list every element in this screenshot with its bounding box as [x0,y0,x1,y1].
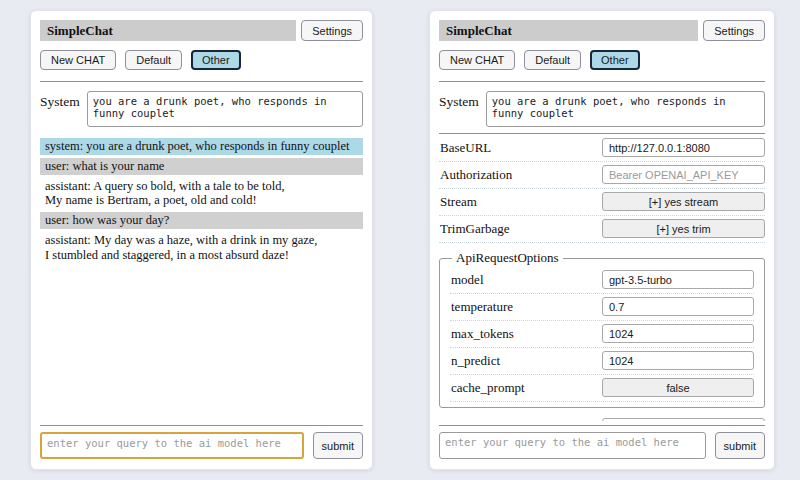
settings-rows-bottom: ApiEndPointChat⌄ChatHistoryInCtxtLast1⌄C… [439,414,765,421]
setting-label-cache_prompt: cache_prompt [450,380,602,396]
setting-label-BaseURL: BaseURL [439,140,602,156]
submit-button[interactable]: submit [715,432,765,459]
system-prompt-input[interactable]: you are a drunk poet, who responds in fu… [486,91,765,127]
system-label: System [40,91,80,110]
setting-label-Stream: Stream [439,194,602,210]
setting-row-max_tokens: max_tokens [450,321,754,348]
setting-input-max_tokens[interactable] [602,324,754,343]
session-buttons: New CHAT Default Other [40,50,363,70]
divider [439,425,765,426]
setting-input-temperature[interactable] [602,297,754,316]
setting-row-ApiEndPoint: ApiEndPointChat⌄ [439,414,765,421]
session-button-default[interactable]: Default [125,50,182,70]
query-input[interactable] [40,432,304,459]
settings-button[interactable]: Settings [301,20,363,41]
settings-rows-top: BaseURLAuthorizationStream[+] yes stream… [439,135,765,243]
settings-button[interactable]: Settings [703,20,765,41]
setting-row-model: model [450,267,754,294]
settings-rows-fieldset: modeltemperaturemax_tokensn_predictcache… [450,267,754,402]
setting-label-model: model [450,272,602,288]
setting-row-TrimGarbage: TrimGarbage[+] yes trim [439,216,765,243]
system-prompt-row: System you are a drunk poet, who respond… [439,91,765,127]
setting-row-temperature: temperature [450,294,754,321]
settings-header: SimpleChat Settings [439,20,765,41]
chat-messages: system: you are a drunk poet, who respon… [40,138,363,421]
divider [40,81,363,82]
chat-message-user: user: how was your day? [40,212,363,229]
setting-row-cache_prompt: cache_promptfalse [450,375,754,402]
setting-toggle-TrimGarbage[interactable]: [+] yes trim [602,219,765,238]
setting-row-n_predict: n_predict [450,348,754,375]
setting-label-max_tokens: max_tokens [450,326,602,342]
query-input[interactable] [439,432,706,459]
setting-toggle-Stream[interactable]: [+] yes stream [602,192,765,211]
setting-label-Authorization: Authorization [439,167,602,183]
chat-message-user: user: what is your name [40,158,363,175]
session-button-other[interactable]: Other [590,50,640,70]
session-buttons: New CHAT Default Other [439,50,765,70]
system-label: System [439,91,479,110]
setting-input-Authorization[interactable] [602,165,765,184]
setting-select-wrap-ApiEndPoint: Chat⌄ [602,417,765,421]
app-title: SimpleChat [439,20,698,41]
new-chat-button[interactable]: New CHAT [439,50,515,70]
system-prompt-row: System you are a drunk poet, who respond… [40,91,363,127]
chat-message-assistant: assistant: A query so bold, with a tale … [40,178,363,210]
divider [40,425,363,426]
setting-input-model[interactable] [602,270,754,289]
fieldset-legend: ApiRequestOptions [452,250,563,266]
settings-panel: SimpleChat Settings New CHAT Default Oth… [429,10,775,470]
setting-input-n_predict[interactable] [602,351,754,370]
chat-panel: SimpleChat Settings New CHAT Default Oth… [30,10,373,470]
setting-toggle-cache_prompt[interactable]: false [602,378,754,397]
setting-label-ApiEndPoint: ApiEndPoint [439,419,602,421]
session-button-other[interactable]: Other [191,50,241,70]
system-prompt-input[interactable]: you are a drunk poet, who responds in fu… [87,91,363,127]
api-request-options-fieldset: ApiRequestOptions modeltemperaturemax_to… [439,250,765,408]
setting-label-n_predict: n_predict [450,353,602,369]
setting-label-TrimGarbage: TrimGarbage [439,221,602,237]
divider [439,133,765,134]
setting-input-BaseURL[interactable] [602,138,765,157]
submit-button[interactable]: submit [313,432,363,459]
setting-row-Authorization: Authorization [439,162,765,189]
query-row: submit [40,432,363,459]
setting-label-temperature: temperature [450,299,602,315]
divider [439,81,765,82]
setting-select-ApiEndPoint[interactable]: Chat [602,418,765,422]
setting-row-BaseURL: BaseURL [439,135,765,162]
chat-message-system: system: you are a drunk poet, who respon… [40,138,363,155]
chat-header: SimpleChat Settings [40,20,363,41]
setting-row-Stream: Stream[+] yes stream [439,189,765,216]
new-chat-button[interactable]: New CHAT [40,50,116,70]
query-row: submit [439,432,765,459]
chat-message-assistant: assistant: My day was a haze, with a dri… [40,232,363,264]
session-button-default[interactable]: Default [524,50,581,70]
app-title: SimpleChat [40,20,296,41]
settings-list: BaseURLAuthorizationStream[+] yes stream… [439,135,765,421]
